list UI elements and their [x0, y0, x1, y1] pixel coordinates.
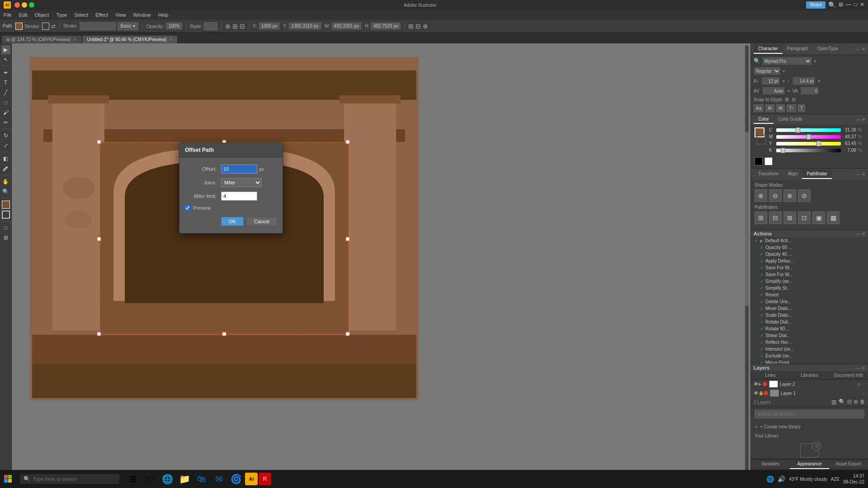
snap-glyph-icon2[interactable]: ⊟	[792, 97, 796, 103]
cancel-button[interactable]: Cancel	[246, 217, 277, 226]
eyedropper-tool[interactable]: 💉	[1, 164, 10, 173]
tab-character[interactable]: Character	[754, 44, 783, 54]
k-value[interactable]: 7.08	[843, 148, 856, 153]
windows-start-btn[interactable]	[0, 471, 16, 487]
char-close-icon[interactable]: ✕	[862, 47, 865, 52]
hand-tool[interactable]: ✋	[1, 177, 10, 186]
menu-type[interactable]: Type	[57, 12, 67, 18]
scale-tool[interactable]: ⤢	[1, 141, 10, 150]
char-collapse-icon[interactable]: —	[855, 47, 860, 52]
layer-item-1[interactable]: 👁 🔒 Layer 1 ○	[751, 389, 868, 398]
background-swatch[interactable]	[756, 135, 766, 145]
x-value[interactable]: 1000 px	[259, 23, 280, 29]
white-swatch[interactable]	[764, 157, 773, 165]
action-item-7[interactable]: ✓ Simplify St...	[751, 285, 868, 291]
font-expand-icon[interactable]: ▾	[814, 59, 816, 64]
crop-btn[interactable]: ⊡	[798, 211, 811, 224]
fill-color-swatch[interactable]	[15, 23, 23, 30]
minimize-button[interactable]	[22, 2, 27, 8]
restore-icon[interactable]: □	[854, 1, 857, 9]
layer-options-0[interactable]: ◎	[857, 382, 861, 387]
selection-tool[interactable]: ▶	[1, 45, 10, 54]
actions-collapse-icon[interactable]: —	[855, 231, 860, 236]
icon-align-h[interactable]: ⊟	[240, 23, 245, 30]
menu-window[interactable]: Window	[133, 12, 151, 18]
more-icon[interactable]: ⊕	[423, 23, 428, 30]
layer-delete-btn[interactable]: 🗑	[860, 399, 865, 406]
action-expand-0[interactable]: ▶	[760, 239, 763, 243]
direct-selection-tool[interactable]: ↖	[1, 55, 10, 64]
action-item-3[interactable]: ✓ Apply Defau...	[751, 258, 868, 264]
pencil-tool[interactable]: ✏	[1, 118, 10, 127]
leading-input[interactable]	[793, 77, 815, 85]
taskbar-store[interactable]: 🛍	[193, 471, 210, 487]
y-slider[interactable]	[776, 142, 841, 145]
tracking-expand[interactable]: ▾	[788, 89, 790, 94]
action-item-13[interactable]: ✓ Rotate 90 ...	[751, 325, 868, 332]
taskbar-edge[interactable]: 🌐	[159, 471, 175, 487]
drawing-modes[interactable]: □	[1, 223, 10, 232]
layer-nav-btn[interactable]: ⊟	[847, 399, 852, 406]
zoom-tool[interactable]: 🔍	[1, 187, 10, 196]
layer-eye-0[interactable]: 👁	[754, 381, 759, 387]
k-slider[interactable]	[776, 149, 841, 152]
taskbar-red-app[interactable]: R	[259, 473, 271, 485]
share-button[interactable]: Share	[806, 1, 826, 9]
type-tool[interactable]: T	[1, 78, 10, 87]
taskbar-widgets[interactable]: □	[142, 471, 158, 487]
gradient-tool[interactable]: ◧	[1, 154, 10, 163]
style-swatch[interactable]	[204, 22, 217, 30]
action-item-16[interactable]: ✓ Intersect (se...	[751, 346, 868, 352]
merge-btn[interactable]: ⊠	[783, 211, 796, 224]
transform-icon[interactable]: ⊞	[408, 23, 414, 30]
opacity-value[interactable]: 100%	[166, 23, 182, 29]
tab-color[interactable]: Color	[754, 115, 774, 124]
canvas-area[interactable]: Offset Path Offset: px Joins: Miter Roun…	[12, 43, 750, 485]
stroke-tool-swatch[interactable]	[2, 211, 10, 219]
intersect-btn[interactable]: ⊗	[783, 189, 796, 202]
outline-btn[interactable]: ▣	[812, 211, 825, 224]
icon-envelope[interactable]: ⊞	[232, 23, 238, 30]
maximize-button[interactable]	[29, 2, 34, 8]
action-item-11[interactable]: ✓ Scale Dialo...	[751, 312, 868, 319]
menu-select[interactable]: Select	[74, 12, 88, 18]
action-item-12[interactable]: ✓ Rotate Dial...	[751, 319, 868, 325]
action-item-1[interactable]: ✓ Opacity 60 ...	[751, 244, 868, 251]
menu-object[interactable]: Object	[35, 12, 49, 18]
taskbar-search-box[interactable]: 🔍	[20, 474, 119, 484]
h-value[interactable]: 450.7529 px	[371, 23, 401, 29]
vertical-scrollbar[interactable]	[745, 45, 749, 480]
menu-edit[interactable]: Edit	[19, 12, 28, 18]
exclude-btn[interactable]: ⊘	[798, 189, 811, 202]
action-item-9[interactable]: ✓ Delete Uns...	[751, 298, 868, 305]
tab-libraries[interactable]: Libraries	[790, 371, 829, 379]
stroke-color-swatch[interactable]	[42, 23, 49, 30]
create-library-btn[interactable]: + + Create new library	[751, 421, 868, 432]
stroke-input[interactable]	[80, 22, 116, 30]
color-close-icon[interactable]: ✕	[862, 117, 865, 122]
rect-tool[interactable]: □	[1, 98, 10, 107]
action-item-15[interactable]: ✓ Reflect Hor...	[751, 339, 868, 346]
y-value[interactable]: 63.45	[843, 141, 856, 146]
tab-asset-export[interactable]: Asset Export	[829, 460, 868, 469]
action-item-5[interactable]: ✓ Save For W...	[751, 271, 868, 278]
action-item-2[interactable]: ✓ Opacity 40 ...	[751, 251, 868, 258]
black-swatch[interactable]	[755, 157, 763, 165]
tab-variables[interactable]: Variables	[751, 460, 790, 469]
layer-options-1[interactable]: ○	[863, 391, 865, 396]
font-style-expand-icon[interactable]: ▾	[783, 69, 785, 74]
tab-pathfinder[interactable]: Pathfinder	[802, 169, 832, 179]
menu-file[interactable]: File	[4, 12, 12, 18]
miter-input[interactable]	[221, 192, 257, 201]
trim-btn[interactable]: ⊟	[769, 211, 782, 224]
layer-create-btn[interactable]: ⊞	[831, 399, 837, 406]
swap-icon[interactable]: ⇄	[51, 23, 56, 29]
char-btn-4[interactable]: T	[798, 104, 805, 112]
layers-collapse-icon[interactable]: —	[855, 366, 860, 371]
leading-expand[interactable]: ▾	[818, 79, 820, 84]
c-slider[interactable]	[776, 128, 841, 132]
taskbar-chrome[interactable]: 🌀	[228, 471, 244, 487]
y-value[interactable]: 1350.3315 px	[289, 23, 321, 29]
tab-opentype[interactable]: OpenType	[813, 44, 843, 54]
joins-select[interactable]: Miter Round Bevel	[221, 178, 262, 187]
